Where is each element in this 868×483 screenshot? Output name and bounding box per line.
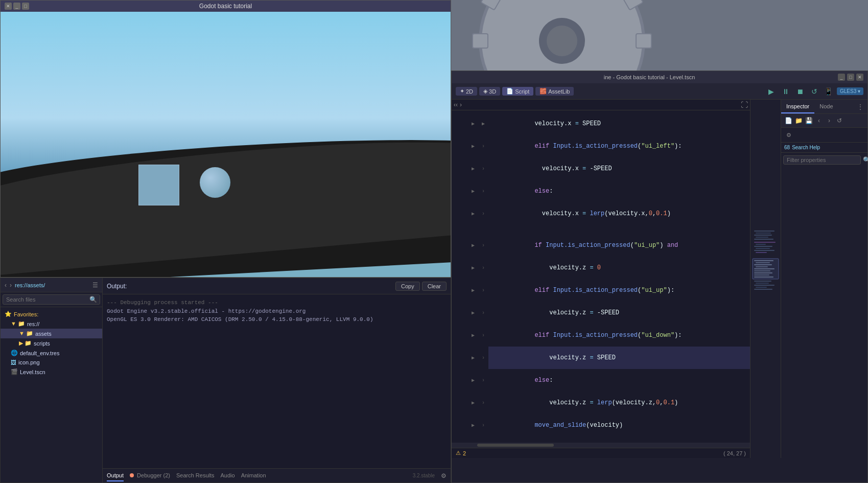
toolbar-3d-btn[interactable]: ◈ 3D bbox=[479, 87, 500, 96]
editor-window: ine - Godot basic tutorial - Level.tscn … bbox=[451, 71, 868, 483]
editor-titlebar: ine - Godot basic tutorial - Level.tscn … bbox=[452, 71, 867, 83]
output-title: Output: bbox=[107, 283, 127, 290]
code-line: ▶ › velocity.x = -SPEED bbox=[452, 157, 750, 180]
output-panel: Output: Copy Clear --- Debugging process… bbox=[103, 278, 451, 482]
output-content[interactable]: --- Debugging process started --- Godot … bbox=[103, 294, 451, 468]
fs-item-assets[interactable]: ▼ 📁 assets bbox=[1, 329, 102, 338]
toolbar-assetlib-btn[interactable]: 🧱 AssetLib bbox=[535, 87, 574, 96]
svg-rect-51 bbox=[754, 250, 775, 251]
fs-nav-back[interactable]: ‹ bbox=[5, 282, 7, 289]
fs-search-input[interactable] bbox=[3, 294, 100, 305]
assetlib-icon: 🧱 bbox=[539, 88, 547, 95]
status-bar: ⚠ 2 ( 24, 27 ) bbox=[452, 448, 750, 458]
fs-nav-forward[interactable]: › bbox=[10, 282, 12, 289]
svg-rect-57 bbox=[756, 266, 768, 267]
inspector-new-btn[interactable]: 📄 bbox=[783, 116, 793, 126]
fs-menu-btn[interactable]: ☰ bbox=[92, 282, 98, 289]
btab-animation[interactable]: Animation bbox=[241, 470, 266, 481]
svg-rect-64 bbox=[756, 283, 769, 284]
copy-button[interactable]: Copy bbox=[395, 282, 420, 291]
restart-button[interactable]: ↺ bbox=[808, 85, 820, 98]
script-icon: 📄 bbox=[506, 88, 513, 95]
search-help-label[interactable]: Search Help bbox=[792, 145, 820, 150]
btab-output[interactable]: Output bbox=[107, 470, 124, 481]
inspector-reload-btn[interactable]: ↺ bbox=[834, 116, 844, 126]
version-badge: 3.2.stable bbox=[413, 473, 435, 478]
h-scrollbar-thumb[interactable] bbox=[477, 444, 554, 447]
inspector-back-btn[interactable]: ‹ bbox=[814, 116, 824, 126]
code-line: ▶ › elif Input.is_action_pressed("ui_up"… bbox=[452, 279, 750, 302]
svg-rect-55 bbox=[756, 262, 770, 263]
editor-win-close[interactable]: ✕ bbox=[856, 74, 863, 81]
btab-audio[interactable]: Audio bbox=[221, 470, 235, 481]
debugger-dot bbox=[130, 473, 134, 477]
stop-button[interactable]: ⏹ bbox=[794, 85, 806, 98]
svg-rect-61 bbox=[754, 274, 769, 275]
game-win-min[interactable]: _ bbox=[13, 3, 20, 10]
svg-point-18 bbox=[547, 26, 577, 56]
settings-icon[interactable]: ⚙ bbox=[441, 472, 447, 479]
bottom-area: ‹ › res://assets/ ☰ 🔍 ⭐ Favorites: ▼ 📁 r… bbox=[0, 278, 451, 483]
btab-search[interactable]: Search Results bbox=[176, 470, 215, 481]
pause-button[interactable]: ⏸ bbox=[780, 85, 792, 98]
tres-icon: 🌐 bbox=[11, 350, 18, 356]
code-line: ▶ ▶ velocity.x = SPEED bbox=[452, 112, 750, 135]
2d-icon: ✦ bbox=[460, 88, 464, 95]
fs-tree[interactable]: ⭐ Favorites: ▼ 📁 res:// ▼ 📁 assets ▶ 📁 s… bbox=[1, 307, 102, 482]
folder-icon: ▶ 📁 bbox=[19, 340, 32, 347]
fs-item-res[interactable]: ▼ 📁 res:// bbox=[1, 319, 102, 329]
filter-properties-input[interactable] bbox=[783, 155, 861, 165]
bottom-tabs: Output Debugger (2) Search Results Audio… bbox=[103, 468, 451, 482]
inspector-panel: Inspector Node ⋮ 📄 📁 💾 ‹ › ↺ ⚙ bbox=[781, 100, 867, 458]
svg-rect-60 bbox=[754, 272, 772, 273]
code-line: ▶ › velocity.z = -SPEED bbox=[452, 302, 750, 324]
inspector-save-btn[interactable]: 💾 bbox=[804, 116, 814, 126]
inspector-more-btn[interactable]: ⋮ bbox=[855, 102, 865, 112]
svg-rect-50 bbox=[756, 248, 770, 249]
game-win-close[interactable]: ✕ bbox=[5, 3, 12, 10]
editor-win-controls: _ □ ✕ bbox=[838, 74, 863, 81]
code-line: ▶ › velocity.z = SPEED bbox=[452, 347, 750, 369]
fs-item-icon[interactable]: 🖼 icon.png bbox=[1, 358, 102, 367]
code-scroll[interactable]: ▶ ▶ velocity.x = SPEED ▶ › elif Input.is… bbox=[452, 110, 750, 443]
code-h-scrollbar[interactable] bbox=[452, 443, 750, 448]
svg-rect-67 bbox=[754, 289, 772, 290]
inspector-settings-btn[interactable]: ⚙ bbox=[783, 129, 794, 141]
deploy-button[interactable]: 📱 bbox=[823, 85, 835, 98]
editor-win-min[interactable]: _ bbox=[838, 74, 845, 81]
code-line bbox=[452, 225, 750, 234]
svg-rect-54 bbox=[754, 260, 773, 261]
editor-win-max[interactable]: □ bbox=[847, 74, 854, 81]
tab-node[interactable]: Node bbox=[814, 100, 838, 113]
svg-rect-49 bbox=[754, 246, 772, 247]
filesystem-panel: ‹ › res://assets/ ☰ 🔍 ⭐ Favorites: ▼ 📁 r… bbox=[1, 278, 103, 482]
search-help-count: 68 bbox=[784, 145, 790, 150]
code-nav: ‹‹ › ⛶ bbox=[452, 100, 750, 110]
fs-header: ‹ › res://assets/ ☰ bbox=[1, 278, 102, 292]
toolbar-script-btn[interactable]: 📄 Script bbox=[502, 87, 533, 96]
svg-rect-44 bbox=[754, 235, 772, 236]
fs-item-scripts[interactable]: ▶ 📁 scripts bbox=[1, 338, 102, 348]
game-window-titlebar: ✕ _ □ Godot basic tutorial bbox=[1, 1, 451, 12]
fs-search-icon: 🔍 bbox=[89, 296, 97, 303]
inspector-actions: ⚙ bbox=[781, 128, 867, 143]
play-button[interactable]: ▶ bbox=[765, 85, 778, 98]
tab-inspector[interactable]: Inspector bbox=[781, 100, 814, 113]
toolbar-2d-btn[interactable]: ✦ 2D bbox=[456, 87, 477, 96]
code-line: ▶ › elif Input.is_action_pressed("ui_dow… bbox=[452, 324, 750, 347]
game-win-max[interactable]: □ bbox=[22, 3, 29, 10]
clear-button[interactable]: Clear bbox=[422, 282, 447, 291]
btab-debugger[interactable]: Debugger (2) bbox=[130, 470, 170, 481]
fs-item-level[interactable]: 🎬 Level.tscn bbox=[1, 367, 102, 377]
inspector-open-btn[interactable]: 📁 bbox=[793, 116, 804, 126]
filter-search-btn[interactable]: 🔍 bbox=[863, 155, 868, 165]
game-window-title: Godot basic tutorial bbox=[30, 3, 421, 10]
editor-title: ine - Godot basic tutorial - Level.tscn bbox=[461, 74, 838, 80]
renderer-badge[interactable]: GLES3 ▾ bbox=[837, 87, 863, 95]
code-nav-forward[interactable]: › bbox=[460, 101, 462, 108]
fs-item-default-env[interactable]: 🌐 default_env.tres bbox=[1, 348, 102, 358]
inspector-forward-btn[interactable]: › bbox=[824, 116, 834, 126]
fullscreen-btn[interactable]: ⛶ bbox=[741, 101, 748, 109]
output-actions: Copy Clear bbox=[395, 282, 447, 291]
code-nav-back[interactable]: ‹‹ bbox=[454, 101, 458, 108]
